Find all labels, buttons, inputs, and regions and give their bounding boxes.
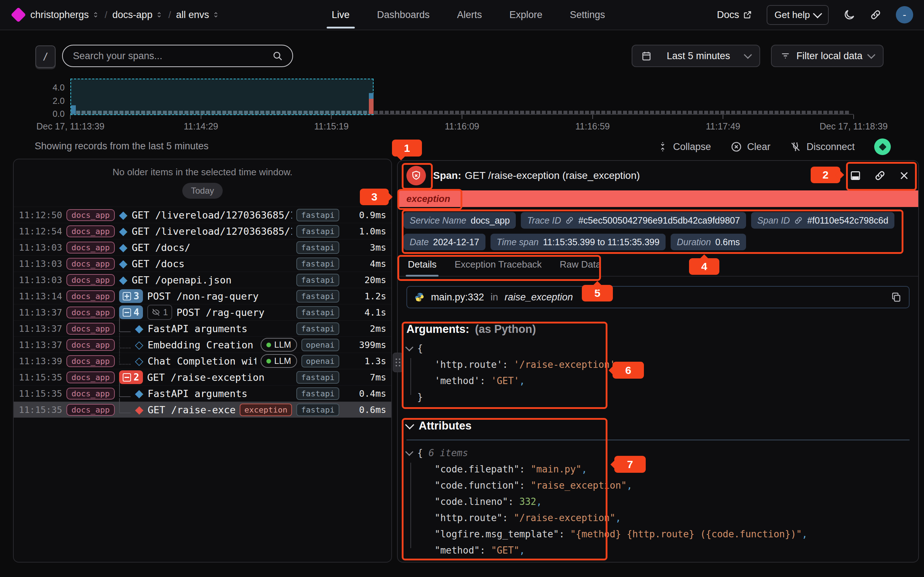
- service-tag[interactable]: docs_app: [66, 388, 115, 400]
- service-tag[interactable]: docs_app: [66, 355, 115, 367]
- attributes-code: { 6 items"code.filepath": "main.py","cod…: [406, 445, 909, 558]
- span-row[interactable]: 11:15:35docs_app◆GET /raise-exception …e…: [14, 401, 391, 417]
- attributes-heading[interactable]: Attributes: [406, 419, 909, 432]
- avatar[interactable]: -: [896, 6, 913, 23]
- service-tag[interactable]: docs_app: [66, 290, 115, 302]
- dock-panel-icon[interactable]: [850, 170, 861, 181]
- framework-tag: fastapi: [296, 258, 339, 270]
- code-segment: "raise_exception": [531, 480, 627, 491]
- breadcrumb-org[interactable]: christophergs: [30, 10, 100, 21]
- x-tick-mark: [853, 115, 854, 119]
- chevron-down-icon: [813, 9, 822, 18]
- span-name: POST /non-rag-query: [147, 291, 292, 302]
- service-tag[interactable]: docs_app: [66, 258, 115, 270]
- collapse-button[interactable]: Collapse: [657, 141, 711, 153]
- span-row[interactable]: 11:13:39docs_app◇Chat Completion with '……: [14, 353, 391, 369]
- detail-tabs: DetailsException TracebackRaw Data: [398, 256, 918, 277]
- span-row[interactable]: 11:12:54docs_app◆GET /livereload/1270363…: [14, 223, 391, 239]
- search-input[interactable]: [72, 50, 272, 62]
- span-row[interactable]: 11:13:37docs_app41POST /rag-queryfastapi…: [14, 304, 391, 320]
- service-tag[interactable]: docs_app: [66, 306, 115, 318]
- service-tag[interactable]: docs_app: [66, 226, 115, 237]
- time-range-button[interactable]: Last 5 minutes: [632, 45, 760, 67]
- histogram-bucket: [525, 111, 530, 114]
- main-nav-tabs: LiveDashboardsAlertsExploreSettings: [220, 2, 717, 28]
- meta-value: docs_app: [471, 215, 510, 226]
- connection-status-indicator[interactable]: [874, 139, 891, 155]
- copy-button[interactable]: [891, 292, 901, 303]
- span-meta-row-2: Date2024-12-17Time span11:15:35.399 to 1…: [398, 229, 918, 250]
- share-link-button[interactable]: [870, 9, 881, 21]
- histogram-bucket: [206, 111, 210, 114]
- span-row[interactable]: 11:13:03docs_app◆GET /docsfastapi4ms: [14, 255, 391, 272]
- close-icon[interactable]: [899, 170, 909, 181]
- span-row[interactable]: 11:13:03docs_app◆GET /docs/fastapi3ms: [14, 239, 391, 255]
- code-segment: }: [417, 392, 423, 403]
- detail-tab-details[interactable]: Details: [407, 256, 437, 276]
- filter-label: Filter local data: [796, 50, 863, 62]
- span-row[interactable]: 11:12:50docs_app◆GET /livereload/1270363…: [14, 206, 391, 223]
- get-help-button[interactable]: Get help: [767, 5, 829, 25]
- span-duration: 3ms: [344, 242, 386, 253]
- service-tag[interactable]: docs_app: [66, 323, 115, 335]
- code-segment: "code.function": [435, 480, 519, 491]
- attributes-line: "logfire.msg_template": "{method} {http.…: [406, 526, 909, 542]
- today-pill[interactable]: Today: [182, 183, 223, 199]
- hidden-spans-badge[interactable]: 1: [147, 305, 172, 320]
- expand-children-badge[interactable]: 3: [119, 289, 143, 303]
- code-segment: "/raise-exception": [514, 513, 615, 523]
- copy-link-icon[interactable]: [874, 170, 886, 181]
- nav-tab-settings[interactable]: Settings: [569, 2, 606, 28]
- service-tag[interactable]: docs_app: [66, 274, 115, 286]
- code-segment: :: [480, 376, 491, 386]
- source-file[interactable]: main.py:332: [431, 292, 484, 303]
- span-name: GET /docs/: [132, 242, 292, 253]
- detail-tab-exception-traceback[interactable]: Exception Traceback: [454, 256, 542, 276]
- service-tag[interactable]: docs_app: [66, 404, 115, 416]
- span-row[interactable]: 11:15:35docs_app2GET /raise-exceptionfas…: [14, 369, 391, 385]
- span-row[interactable]: 11:13:37docs_app◆FastAPI argumentsfastap…: [14, 320, 391, 337]
- filter-local-data-button[interactable]: Filter local data: [771, 45, 884, 67]
- histogram-bucket: [742, 111, 746, 114]
- span-row[interactable]: 11:13:03docs_app◆GET /openapi.jsonfastap…: [14, 272, 391, 288]
- service-tag[interactable]: docs_app: [66, 339, 115, 351]
- span-name: GET /raise-exception …: [148, 404, 235, 416]
- histogram-bucket: [639, 111, 643, 114]
- tree-connector: [119, 398, 131, 413]
- docs-link[interactable]: Docs: [717, 10, 752, 21]
- collapse-caret-icon[interactable]: [406, 347, 417, 350]
- service-tag[interactable]: docs_app: [66, 242, 115, 253]
- collapse-caret-icon[interactable]: [406, 451, 417, 455]
- span-title-text: GET /raise-exception (raise_exception): [465, 170, 640, 181]
- histogram-bar-errors: [369, 99, 373, 114]
- logfire-logo-icon[interactable]: [11, 7, 26, 23]
- nav-tab-live[interactable]: Live: [331, 2, 351, 28]
- nav-tab-dashboards[interactable]: Dashboards: [376, 2, 431, 28]
- nav-tab-alerts[interactable]: Alerts: [456, 2, 483, 28]
- detail-tab-raw-data[interactable]: Raw Data: [559, 256, 602, 276]
- code-segment: "GET": [491, 545, 519, 556]
- histogram-bucket: [103, 111, 107, 114]
- meta-value: #f0110e542c798c6d: [807, 215, 888, 226]
- breadcrumb-env[interactable]: all envs: [176, 10, 220, 21]
- span-row[interactable]: 11:13:14docs_app3POST /non-rag-queryfast…: [14, 288, 391, 304]
- histogram-bucket: [720, 111, 724, 114]
- panel-resize-handle[interactable]: [393, 353, 403, 372]
- x-tick-mark: [592, 115, 593, 119]
- breadcrumb-org-label: christophergs: [30, 10, 89, 21]
- span-row[interactable]: 11:15:35docs_app◆FastAPI argumentsfastap…: [14, 385, 391, 401]
- nav-tab-explore[interactable]: Explore: [509, 2, 543, 28]
- dark-mode-toggle[interactable]: [843, 9, 855, 21]
- clear-button[interactable]: Clear: [730, 141, 771, 153]
- service-tag[interactable]: docs_app: [66, 371, 115, 384]
- span-timeline-chart[interactable]: 4.02.00.0Dec 17, 11:13:3911:14:2911:15:1…: [70, 76, 854, 115]
- service-tag[interactable]: docs_app: [66, 209, 115, 221]
- framework-tag: fastapi: [296, 290, 339, 303]
- time-selection-region[interactable]: [70, 79, 373, 115]
- breadcrumb-project[interactable]: docs-app: [112, 10, 163, 21]
- span-duration: 0.6ms: [344, 405, 386, 415]
- span-row[interactable]: 11:13:37docs_app◇Embedding Creation wit……: [14, 337, 391, 353]
- histogram-bucket: [347, 111, 351, 114]
- histogram-bucket: [444, 111, 448, 114]
- disconnect-button[interactable]: Disconnect: [790, 141, 855, 153]
